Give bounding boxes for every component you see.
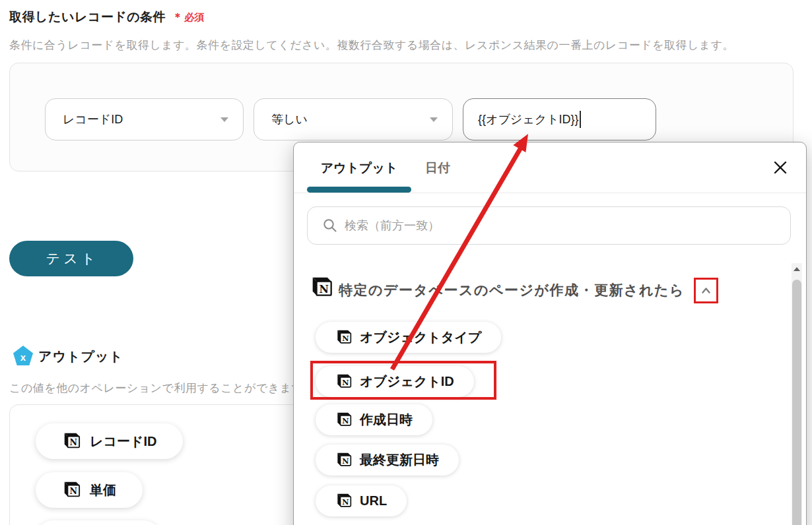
condition-value-text: {{オブジェクトID}}	[478, 111, 579, 127]
tab-output[interactable]: アウトプット	[307, 154, 411, 182]
list-item-label: 最終更新日時	[360, 451, 439, 469]
notion-icon: N	[335, 451, 352, 469]
svg-text:N: N	[342, 456, 349, 466]
svg-text:N: N	[342, 334, 349, 343]
output-chip-label: レコードID	[90, 433, 156, 450]
notion-icon: N	[62, 480, 81, 500]
scrollbar-thumb[interactable]	[792, 280, 801, 525]
required-badge: 必須	[184, 11, 204, 24]
svg-text:N: N	[70, 437, 78, 447]
list-item-url[interactable]: N URL	[316, 485, 407, 516]
field-description: 条件に合うレコードを取得します。条件を設定してください。複数行合致する場合は、レ…	[9, 38, 734, 53]
output-section-icon: x	[13, 346, 33, 365]
condition-value-input[interactable]: {{オブジェクトID}}	[463, 98, 656, 140]
tab-date[interactable]: 日付	[411, 154, 464, 182]
chevron-down-icon	[220, 117, 228, 122]
list-item-object-type[interactable]: N オブジェクトタイプ	[316, 322, 501, 353]
search-icon	[322, 218, 338, 233]
search-input[interactable]	[345, 219, 790, 233]
field-title: 取得したいレコードの条件	[9, 9, 166, 26]
output-picker-modal: アウトプット 日付 N 特定のデータベースのページが作成・更新されたら N オブ…	[293, 142, 807, 525]
field-title-row: 取得したいレコードの条件 ＊ 必須	[9, 9, 204, 26]
notion-icon: N	[62, 431, 81, 451]
svg-text:N: N	[319, 283, 328, 295]
svg-text:N: N	[342, 378, 349, 387]
list-item-object-id[interactable]: N オブジェクトID	[316, 366, 474, 397]
tabs-divider	[294, 193, 806, 193]
output-chip-label: 単価	[90, 481, 116, 499]
notion-icon: N	[335, 373, 352, 390]
chevron-down-icon	[430, 117, 438, 122]
svg-text:N: N	[342, 416, 349, 425]
output-chip-partial[interactable]	[36, 520, 161, 525]
trigger-header-label: 特定のデータベースのページが作成・更新されたら	[339, 281, 685, 299]
notion-icon: N	[310, 275, 333, 300]
notion-icon: N	[335, 328, 352, 346]
svg-text:N: N	[70, 486, 78, 496]
list-item-label: オブジェクトタイプ	[360, 328, 481, 346]
close-icon[interactable]	[771, 158, 790, 177]
list-item-last-updated[interactable]: N 最終更新日時	[316, 445, 459, 476]
record-field-select-value: レコードID	[63, 111, 123, 127]
test-button[interactable]: テスト	[9, 241, 133, 276]
operator-select[interactable]: 等しい	[254, 98, 453, 140]
list-item-label: 作成日時	[360, 411, 413, 429]
output-chip-record-id[interactable]: N レコードID	[36, 423, 183, 459]
svg-text:N: N	[342, 497, 349, 507]
text-cursor	[580, 111, 581, 128]
search-box[interactable]	[307, 206, 791, 245]
list-item-label: オブジェクトID	[360, 373, 454, 390]
notion-icon: N	[335, 492, 352, 510]
notion-icon: N	[335, 411, 352, 429]
annotation-box-collapse	[694, 278, 718, 303]
output-section-title: アウトプット	[38, 348, 123, 365]
list-item-created-at[interactable]: N 作成日時	[316, 404, 432, 435]
active-tab-underline	[307, 187, 411, 193]
record-field-select[interactable]: レコードID	[45, 98, 244, 140]
operator-select-value: 等しい	[271, 111, 308, 127]
required-star-icon: ＊	[172, 11, 183, 24]
list-item-label: URL	[360, 493, 387, 509]
output-section-description: この値を他のオペレーションで利用することができます	[9, 381, 303, 396]
chevron-up-icon[interactable]	[700, 285, 712, 297]
scrollbar-up-icon[interactable]	[792, 263, 802, 275]
scrollbar[interactable]	[792, 263, 802, 525]
record-condition-page: 取得したいレコードの条件 ＊ 必須 条件に合うレコードを取得します。条件を設定し…	[0, 0, 812, 525]
output-chip-unit-price[interactable]: N 単価	[36, 472, 143, 508]
